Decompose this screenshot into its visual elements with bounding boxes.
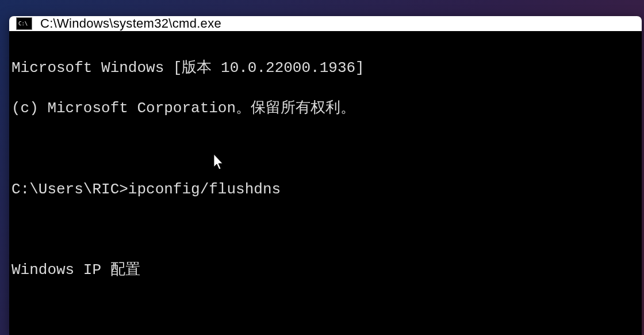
cmd-window: C:\ C:\Windows\system32\cmd.exe Microsof… [9, 16, 642, 335]
window-title: C:\Windows\system32\cmd.exe [40, 16, 221, 31]
prompt-line-1: C:\Users\RIC>ipconfig/flushdns [12, 180, 637, 200]
blank-line [12, 300, 637, 321]
terminal-output[interactable]: Microsoft Windows [版本 10.0.22000.1936] (… [9, 31, 642, 335]
banner-copyright: (c) Microsoft Corporation。保留所有权利。 [12, 98, 637, 119]
titlebar[interactable]: C:\ C:\Windows\system32\cmd.exe [9, 16, 642, 31]
cmd-icon-label: C:\ [18, 21, 28, 26]
blank-line [12, 220, 637, 240]
output-header: Windows IP 配置 [12, 260, 637, 280]
prompt-path-1: C:\Users\RIC> [12, 181, 128, 198]
banner-version: Microsoft Windows [版本 10.0.22000.1936] [12, 58, 637, 78]
cmd-icon: C:\ [16, 17, 32, 30]
blank-line [12, 139, 637, 159]
prompt-command-1: ipconfig/flushdns [128, 181, 281, 198]
